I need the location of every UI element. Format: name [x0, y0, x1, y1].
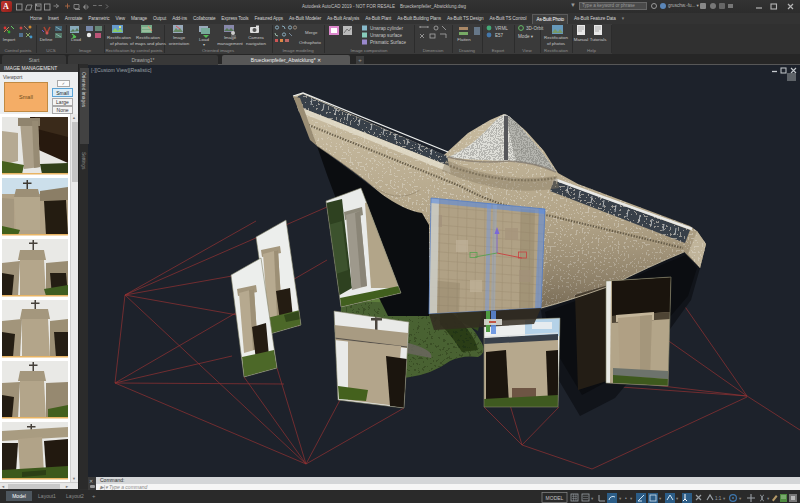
- svg-text:Flatten: Flatten: [457, 37, 471, 42]
- svg-text:Orthophoto: Orthophoto: [299, 40, 322, 45]
- svg-text:▾: ▾: [591, 496, 594, 501]
- svg-text:MODEL: MODEL: [546, 495, 564, 501]
- svg-text:Unwrap cylinder: Unwrap cylinder: [370, 26, 403, 31]
- svg-text:E57: E57: [495, 33, 504, 38]
- svg-text:Unwrap surface: Unwrap surface: [370, 33, 403, 38]
- svg-text:Image: Image: [173, 35, 186, 40]
- svg-text:Rectification: Rectification: [107, 35, 131, 40]
- svg-text:Prismatic Surface: Prismatic Surface: [370, 40, 406, 45]
- svg-text:Mode ▾: Mode ▾: [518, 34, 534, 39]
- svg-text:orientation: orientation: [169, 41, 190, 46]
- svg-text:▾: ▾: [723, 496, 726, 501]
- svg-text:▾: ▾: [767, 496, 770, 501]
- svg-text:Rectification: Rectification: [136, 35, 160, 40]
- svg-text:Manual: Manual: [574, 37, 588, 42]
- svg-text:management: management: [217, 41, 243, 46]
- svg-text:Load: Load: [71, 37, 81, 42]
- svg-text:Import: Import: [3, 37, 16, 42]
- svg-text:1:1: 1:1: [715, 496, 722, 501]
- svg-text:3D-Orbit: 3D-Orbit: [526, 26, 544, 31]
- svg-text:▾: ▾: [739, 496, 742, 501]
- svg-text:Rectification: Rectification: [544, 35, 568, 40]
- svg-text:Merge: Merge: [305, 30, 318, 35]
- svg-text:navigation: navigation: [246, 41, 267, 46]
- svg-text:▾: ▾: [676, 496, 679, 501]
- svg-text:▾: ▾: [203, 42, 205, 47]
- svg-text:▾: ▾: [619, 496, 622, 501]
- svg-text:Define: Define: [40, 37, 53, 42]
- svg-text:▾: ▾: [630, 496, 633, 501]
- svg-text:Camera: Camera: [248, 35, 264, 40]
- svg-text:VRML: VRML: [495, 26, 508, 31]
- svg-text:Image: Image: [224, 35, 237, 40]
- svg-text:Tutorials: Tutorials: [590, 37, 607, 42]
- svg-text:of maps and plans: of maps and plans: [130, 41, 167, 46]
- svg-text:of photos: of photos: [110, 41, 129, 46]
- svg-text:▾: ▾: [659, 496, 662, 501]
- svg-text:of photos: of photos: [547, 41, 566, 46]
- svg-text:•: •: [625, 495, 627, 501]
